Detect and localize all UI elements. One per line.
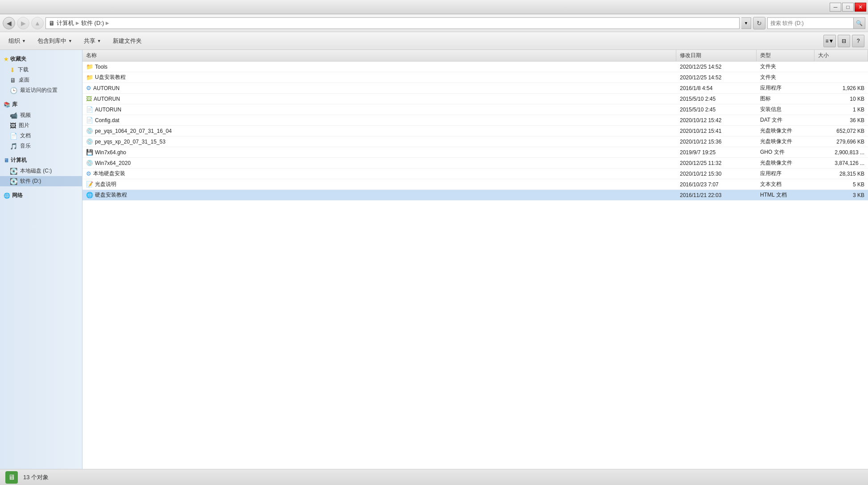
sidebar-favorites-title[interactable]: ★ 收藏夹 bbox=[0, 53, 82, 65]
sidebar-item-download[interactable]: ⬇ 下载 bbox=[0, 65, 82, 75]
sidebar-item-pictures[interactable]: 🖼 图片 bbox=[0, 120, 82, 131]
documents-label: 文档 bbox=[20, 132, 31, 140]
sidebar-favorites-section: ★ 收藏夹 ⬇ 下载 🖥 桌面 🕒 最近访问的位置 bbox=[0, 53, 82, 95]
add-to-lib-button[interactable]: 包含到库中 ▼ bbox=[33, 34, 77, 48]
table-row[interactable]: ⚙ AUTORUN 2016/1/8 4:54 应用程序 1,926 KB bbox=[82, 83, 868, 94]
table-row[interactable]: 🌐 硬盘安装教程 2016/11/21 22:03 HTML 文档 3 KB bbox=[82, 190, 868, 201]
maximize-button[interactable]: □ bbox=[842, 3, 854, 12]
desktop-icon: 🖥 bbox=[10, 77, 16, 84]
file-cell-size: 3 KB bbox=[815, 192, 868, 198]
library-label: 库 bbox=[12, 101, 17, 108]
status-bar: 🖥 13 个对象 bbox=[0, 469, 868, 485]
file-list: 📁 Tools 2020/12/25 14:52 文件夹 📁 U盘安装教程 20… bbox=[82, 62, 868, 469]
sidebar-item-documents[interactable]: 📄 文档 bbox=[0, 131, 82, 141]
video-icon: 📹 bbox=[10, 112, 17, 119]
table-row[interactable]: 📄 AUTORUN 2015/5/10 2:45 安装信息 1 KB bbox=[82, 104, 868, 115]
sidebar-library-title[interactable]: 📚 库 bbox=[0, 99, 82, 110]
search-input[interactable] bbox=[768, 20, 853, 26]
pictures-label: 图片 bbox=[19, 122, 29, 129]
file-cell-size: 5 KB bbox=[815, 181, 868, 188]
breadcrumb-computer[interactable]: 计算机 bbox=[57, 19, 74, 27]
file-cell-name: 🌐 硬盘安装教程 bbox=[82, 191, 676, 199]
video-label: 视频 bbox=[20, 111, 31, 119]
file-cell-modified: 2016/10/23 7:07 bbox=[676, 181, 757, 188]
library-icon: 📚 bbox=[4, 102, 10, 108]
file-name: Win7x64.gho bbox=[95, 149, 126, 156]
sidebar-item-c-drive[interactable]: 💽 本地磁盘 (C:) bbox=[0, 166, 82, 176]
file-cell-modified: 2020/10/12 15:42 bbox=[676, 117, 757, 123]
table-row[interactable]: 💿 pe_yqs_xp_20_07_31_15_53 2020/10/12 15… bbox=[82, 136, 868, 147]
sidebar-network-section: 🌐 网络 bbox=[0, 190, 82, 201]
search-button[interactable]: 🔍 bbox=[853, 18, 865, 29]
sidebar-item-recent[interactable]: 🕒 最近访问的位置 bbox=[0, 85, 82, 95]
computer-small-icon: 🖥 bbox=[49, 20, 55, 27]
recent-icon: 🕒 bbox=[10, 87, 17, 94]
address-bar: ◀ ▶ ▲ 🖥 计算机 ▶ 软件 (D:) ▶ ▼ ↻ 🔍 bbox=[0, 14, 868, 32]
sidebar: ★ 收藏夹 ⬇ 下载 🖥 桌面 🕒 最近访问的位置 📚 库 � bbox=[0, 50, 82, 469]
file-cell-size: 36 KB bbox=[815, 117, 868, 123]
address-dropdown-button[interactable]: ▼ bbox=[741, 17, 751, 29]
table-row[interactable]: 💿 Win7x64_2020 2020/12/25 11:32 光盘映像文件 3… bbox=[82, 158, 868, 169]
view-toggle-button[interactable]: ≡▼ bbox=[823, 35, 836, 47]
back-button[interactable]: ◀ bbox=[3, 17, 15, 29]
close-button[interactable]: ✕ bbox=[855, 3, 866, 12]
computer-label: 计算机 bbox=[11, 156, 27, 164]
file-type-icon: ⚙ bbox=[86, 170, 91, 177]
sidebar-item-video[interactable]: 📹 视频 bbox=[0, 110, 82, 120]
file-cell-modified: 2020/12/25 11:32 bbox=[676, 160, 757, 166]
breadcrumb-drive[interactable]: 软件 (D:) bbox=[81, 19, 104, 27]
sidebar-item-music[interactable]: 🎵 音乐 bbox=[0, 141, 82, 151]
file-cell-modified: 2019/9/7 19:25 bbox=[676, 149, 757, 156]
col-header-modified[interactable]: 修改日期 bbox=[676, 50, 757, 61]
refresh-button[interactable]: ↻ bbox=[753, 17, 765, 29]
file-cell-type: HTML 文档 bbox=[757, 191, 815, 199]
file-cell-size: 10 KB bbox=[815, 96, 868, 102]
help-button[interactable]: ? bbox=[852, 35, 864, 47]
desktop-label: 桌面 bbox=[19, 76, 29, 84]
file-type-icon: 💿 bbox=[86, 138, 93, 145]
file-cell-modified: 2020/10/12 15:36 bbox=[676, 139, 757, 145]
up-button[interactable]: ▲ bbox=[31, 17, 44, 29]
minimize-button[interactable]: ─ bbox=[830, 3, 841, 12]
forward-button[interactable]: ▶ bbox=[17, 17, 29, 29]
file-cell-type: 安装信息 bbox=[757, 106, 815, 113]
file-cell-name: 📁 Tools bbox=[82, 63, 676, 70]
sidebar-item-desktop[interactable]: 🖥 桌面 bbox=[0, 75, 82, 85]
file-cell-name: 📄 AUTORUN bbox=[82, 106, 676, 113]
d-drive-icon: 💽 bbox=[10, 178, 17, 185]
documents-icon: 📄 bbox=[10, 132, 17, 140]
new-folder-button[interactable]: 新建文件夹 bbox=[108, 34, 147, 48]
organize-button[interactable]: 组织 ▼ bbox=[4, 34, 31, 48]
table-row[interactable]: ⚙ 本地硬盘安装 2020/10/12 15:30 应用程序 28,315 KB bbox=[82, 169, 868, 179]
file-name: 本地硬盘安装 bbox=[93, 170, 125, 177]
file-cell-size: 1,926 KB bbox=[815, 85, 868, 91]
file-name: AUTORUN bbox=[95, 107, 121, 113]
d-drive-label: 软件 (D:) bbox=[20, 177, 41, 185]
file-cell-modified: 2020/12/25 14:52 bbox=[676, 74, 757, 81]
sidebar-computer-title[interactable]: 🖥 计算机 bbox=[0, 155, 82, 166]
table-row[interactable]: 💾 Win7x64.gho 2019/9/7 19:25 GHO 文件 2,90… bbox=[82, 147, 868, 158]
sidebar-item-d-drive[interactable]: 💽 软件 (D:) bbox=[0, 176, 82, 186]
table-row[interactable]: 📁 U盘安装教程 2020/12/25 14:52 文件夹 bbox=[82, 72, 868, 83]
network-label: 网络 bbox=[12, 192, 23, 199]
table-row[interactable]: 💿 pe_yqs_1064_20_07_31_16_04 2020/10/12 … bbox=[82, 126, 868, 136]
table-row[interactable]: 📝 光盘说明 2016/10/23 7:07 文本文档 5 KB bbox=[82, 179, 868, 190]
sidebar-library-section: 📚 库 📹 视频 🖼 图片 📄 文档 🎵 音乐 bbox=[0, 99, 82, 151]
file-cell-type: DAT 文件 bbox=[757, 116, 815, 124]
table-row[interactable]: 🖼 AUTORUN 2015/5/10 2:45 图标 10 KB bbox=[82, 94, 868, 104]
address-path[interactable]: 🖥 计算机 ▶ 软件 (D:) ▶ bbox=[45, 17, 740, 29]
add-to-lib-label: 包含到库中 bbox=[37, 37, 66, 45]
file-cell-name: 📁 U盘安装教程 bbox=[82, 74, 676, 81]
share-button[interactable]: 共享 ▼ bbox=[79, 34, 106, 48]
table-row[interactable]: 📄 Config.dat 2020/10/12 15:42 DAT 文件 36 … bbox=[82, 115, 868, 126]
table-row[interactable]: 📁 Tools 2020/12/25 14:52 文件夹 bbox=[82, 62, 868, 72]
preview-pane-button[interactable]: ⊟ bbox=[838, 35, 850, 47]
file-cell-type: 光盘映像文件 bbox=[757, 138, 815, 145]
col-header-name[interactable]: 名称 bbox=[82, 50, 676, 61]
col-header-type[interactable]: 类型 bbox=[757, 50, 815, 61]
col-header-size[interactable]: 大小 bbox=[815, 50, 868, 61]
pictures-icon: 🖼 bbox=[10, 122, 16, 129]
download-label: 下载 bbox=[18, 66, 29, 74]
sidebar-network-title[interactable]: 🌐 网络 bbox=[0, 190, 82, 201]
file-cell-modified: 2020/10/12 15:41 bbox=[676, 128, 757, 134]
